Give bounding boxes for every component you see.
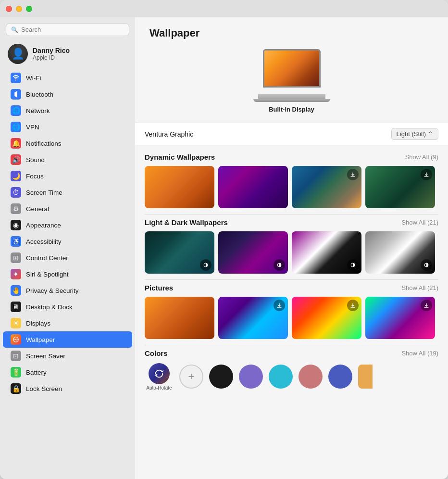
color-row: Auto-Rotate +: [145, 362, 438, 391]
colors-section: Colors Show All (19) Auto: [135, 345, 448, 401]
color-swatch-purple[interactable]: [239, 365, 263, 389]
sidebar-item-lockscreen[interactable]: 🔒 Lock Screen: [3, 380, 132, 397]
siri-icon: ✦: [11, 269, 21, 279]
color-swatch-teal[interactable]: [269, 365, 293, 389]
dynamic-show-all-button[interactable]: Show All (9): [405, 153, 438, 161]
dynamic-thumb-3[interactable]: [292, 166, 361, 208]
focus-icon: 🌙: [11, 171, 21, 181]
lightdark-thumb-3[interactable]: [292, 231, 361, 274]
focus-label: Focus: [26, 173, 44, 180]
sidebar-item-control[interactable]: ⊞ Control Center: [3, 250, 132, 266]
laptop-screen: [263, 49, 321, 88]
color-swatch-rose[interactable]: [299, 365, 323, 389]
sidebar-item-accessibility[interactable]: ♿ Accessibility: [3, 233, 132, 250]
general-label: General: [26, 205, 49, 213]
appearance-label: Appearance: [26, 222, 61, 229]
search-input[interactable]: [21, 26, 124, 33]
lightdark-show-all-button[interactable]: Show All (21): [401, 219, 438, 226]
screen-wallpaper: [264, 50, 319, 86]
lightdark-thumb-4[interactable]: [365, 231, 435, 274]
add-color-button[interactable]: +: [179, 365, 203, 389]
sidebar-item-screentime[interactable]: ⏱ Screen Time: [3, 184, 132, 201]
pictures-section-title: Pictures: [145, 284, 173, 292]
dynamic-wallpapers-grid: [145, 166, 438, 208]
colors-section-title: Colors: [145, 349, 168, 357]
pictures-download-3: [421, 300, 432, 311]
lightdark-section-header: Light & Dark Wallpapers Show All (21): [145, 218, 438, 227]
maximize-button[interactable]: [26, 6, 32, 12]
wifi-icon: [11, 73, 21, 83]
accessibility-icon: ♿: [11, 236, 21, 247]
wifi-label: Wi-Fi: [26, 75, 41, 82]
lightdark-overlay-2: [274, 259, 285, 271]
sidebar-item-general[interactable]: ⚙ General: [3, 201, 132, 217]
pictures-show-all-button[interactable]: Show All (21): [401, 284, 438, 291]
wallpaper-mode-button[interactable]: Light (Still) ⌃: [391, 128, 438, 140]
sidebar-item-notifications[interactable]: 🔔 Notifications: [3, 135, 132, 151]
vpn-label: VPN: [26, 124, 39, 131]
sidebar-item-displays[interactable]: ☀ Displays: [3, 315, 132, 331]
sidebar-item-battery[interactable]: 🔋 Battery: [3, 364, 132, 380]
screentime-label: Screen Time: [26, 189, 62, 196]
pictures-section-header: Pictures Show All (21): [145, 284, 438, 292]
avatar-image: 👤: [8, 44, 28, 64]
close-button[interactable]: [6, 6, 12, 12]
sidebar-item-appearance[interactable]: ◉ Appearance: [3, 217, 132, 233]
dynamic-section-title: Dynamic Wallpapers: [145, 153, 215, 161]
dynamic-thumb-4[interactable]: [365, 166, 435, 208]
system-settings-window: 🔍 👤 Danny Rico Apple ID: [0, 0, 448, 479]
color-swatch-blue[interactable]: [328, 365, 352, 389]
download-overlay-1: [347, 169, 359, 180]
desktop-label: Desktop & Dock: [26, 303, 73, 311]
wallpaper-mode-label: Light (Still): [397, 130, 426, 138]
add-icon: +: [188, 370, 195, 383]
auto-rotate-icon: [149, 363, 170, 384]
screensaver-label: Screen Saver: [26, 353, 65, 360]
pictures-thumb-1[interactable]: [145, 297, 214, 339]
displays-icon: ☀: [11, 318, 21, 328]
dynamic-thumb-2[interactable]: [218, 166, 288, 208]
sidebar-item-wallpaper[interactable]: Wallpaper: [3, 331, 132, 348]
sidebar-item-wifi[interactable]: Wi-Fi: [3, 70, 132, 86]
lightdark-thumb-2[interactable]: [218, 231, 288, 274]
minimize-button[interactable]: [16, 6, 22, 12]
privacy-label: Privacy & Security: [26, 287, 79, 294]
sidebar: 🔍 👤 Danny Rico Apple ID: [0, 17, 135, 479]
sidebar-item-sound[interactable]: 🔊 Sound: [3, 151, 132, 168]
pictures-thumb-4[interactable]: [365, 297, 435, 339]
search-box[interactable]: 🔍: [6, 23, 129, 36]
siri-label: Siri & Spotlight: [26, 271, 69, 278]
color-swatch-black[interactable]: [209, 365, 233, 389]
lockscreen-icon: 🔒: [11, 383, 21, 394]
battery-icon: 🔋: [11, 367, 21, 378]
user-subtitle: Apple ID: [33, 54, 70, 61]
lightdark-thumb-1[interactable]: [145, 231, 214, 274]
sidebar-item-siri[interactable]: ✦ Siri & Spotlight: [3, 266, 132, 282]
user-profile[interactable]: 👤 Danny Rico Apple ID: [0, 40, 135, 70]
colors-show-all-button[interactable]: Show All (19): [401, 350, 438, 357]
sound-label: Sound: [26, 156, 45, 164]
pictures-section: Pictures Show All (21): [135, 280, 448, 345]
sidebar-item-privacy[interactable]: 🤚 Privacy & Security: [3, 282, 132, 299]
wallpaper-label: Wallpaper: [26, 336, 55, 343]
battery-label: Battery: [26, 369, 47, 376]
bluetooth-label: Bluetooth: [26, 91, 53, 98]
avatar: 👤: [8, 44, 28, 64]
sound-icon: 🔊: [11, 154, 21, 165]
sidebar-item-vpn[interactable]: 🌐 VPN: [3, 119, 132, 135]
pictures-thumb-3[interactable]: [292, 297, 361, 339]
sidebar-item-bluetooth[interactable]: Bluetooth: [3, 86, 132, 102]
laptop-foot: [253, 99, 330, 102]
search-icon: 🔍: [11, 26, 18, 33]
pictures-thumb-2[interactable]: [218, 297, 288, 339]
sidebar-item-network[interactable]: 🌐 Network: [3, 102, 132, 119]
sidebar-item-desktop[interactable]: 🖥 Desktop & Dock: [3, 299, 132, 315]
auto-rotate-option[interactable]: Auto-Rotate: [145, 362, 174, 391]
lightdark-overlay-1: [200, 259, 212, 271]
sidebar-item-focus[interactable]: 🌙 Focus: [3, 168, 132, 184]
dynamic-thumb-1[interactable]: [145, 166, 214, 208]
auto-rotate-label: Auto-Rotate: [146, 385, 172, 391]
appearance-icon: ◉: [11, 220, 21, 230]
sidebar-item-screensaver[interactable]: ⊡ Screen Saver: [3, 348, 132, 364]
color-swatch-partial[interactable]: [358, 365, 373, 389]
